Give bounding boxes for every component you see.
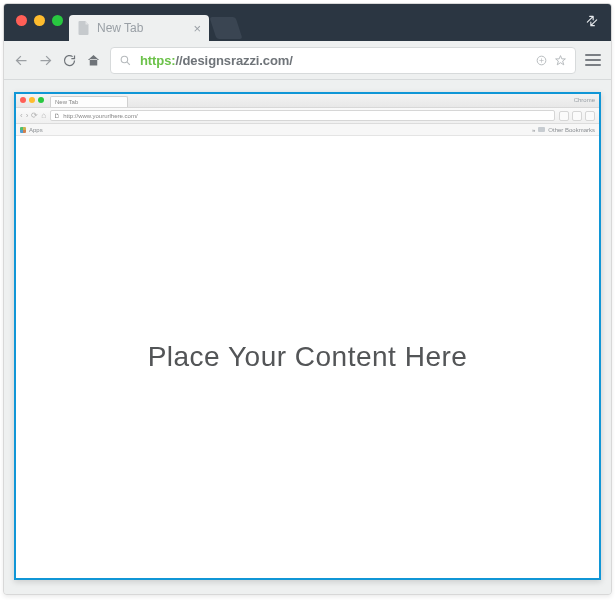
- svg-point-0: [121, 56, 128, 63]
- inner-button-3: [585, 111, 595, 121]
- inner-address-bar: 🗋 http://www.yoururlhere.com/: [50, 110, 555, 121]
- url-text: https://designsrazzi.com/: [140, 53, 293, 68]
- url-path: //designsrazzi.com/: [176, 53, 293, 68]
- inner-nav-buttons: ‹ › ⟳ ⌂: [20, 111, 46, 120]
- inner-back-icon: ‹: [20, 111, 23, 120]
- voice-search-icon[interactable]: [535, 54, 548, 67]
- inner-maximize-window-button: [38, 97, 44, 103]
- inner-app-name: Chrome: [574, 97, 595, 103]
- tab-label: New Tab: [97, 21, 143, 35]
- inner-button-2: [572, 111, 582, 121]
- new-tab-button[interactable]: [209, 17, 242, 39]
- inner-title-bar: New Tab Chrome: [16, 94, 599, 108]
- inner-toolbar-buttons: [559, 111, 595, 121]
- reload-button[interactable]: [62, 53, 77, 68]
- home-button[interactable]: [86, 53, 101, 68]
- hamburger-menu-button[interactable]: [585, 52, 601, 68]
- inner-toolbar: ‹ › ⟳ ⌂ 🗋 http://www.yoururlhere.com/: [16, 108, 599, 124]
- address-bar[interactable]: https://designsrazzi.com/: [110, 47, 576, 74]
- inner-button-1: [559, 111, 569, 121]
- inner-content-area: Place Your Content Here: [16, 136, 599, 578]
- page-content: New Tab Chrome ‹ › ⟳ ⌂ 🗋 http://www.your…: [4, 80, 611, 594]
- minimize-window-button[interactable]: [34, 15, 45, 26]
- inner-minimize-window-button: [29, 97, 35, 103]
- forward-button[interactable]: [38, 53, 53, 68]
- bookmark-star-icon[interactable]: [554, 54, 567, 67]
- inner-globe-icon: 🗋: [54, 113, 60, 119]
- browser-window: New Tab ×: [3, 3, 612, 595]
- inner-bookmarks-bar: Apps » Other Bookmarks: [16, 124, 599, 136]
- url-protocol: https:: [140, 53, 176, 68]
- omnibox-actions: [535, 54, 567, 67]
- window-controls: [16, 15, 63, 26]
- title-bar: New Tab ×: [4, 4, 611, 41]
- inner-chevron-icon: »: [532, 127, 535, 133]
- inner-tab: New Tab: [50, 96, 128, 107]
- inner-browser-screenshot: New Tab Chrome ‹ › ⟳ ⌂ 🗋 http://www.your…: [14, 92, 601, 580]
- browser-mockup-frame: New Tab ×: [0, 0, 615, 600]
- inner-window-controls: [20, 97, 44, 103]
- fullscreen-icon[interactable]: [585, 14, 599, 28]
- folder-icon: [538, 127, 545, 132]
- inner-reload-icon: ⟳: [31, 111, 38, 120]
- inner-other-bookmarks: » Other Bookmarks: [532, 127, 595, 133]
- maximize-window-button[interactable]: [52, 15, 63, 26]
- inner-url-text: http://www.yoururlhere.com/: [63, 113, 137, 119]
- placeholder-text: Place Your Content Here: [148, 341, 468, 373]
- tab-new-tab[interactable]: New Tab ×: [69, 15, 209, 41]
- inner-forward-icon: ›: [26, 111, 29, 120]
- toolbar: https://designsrazzi.com/: [4, 41, 611, 80]
- back-button[interactable]: [14, 53, 29, 68]
- inner-tab-label: New Tab: [55, 99, 78, 105]
- inner-close-window-button: [20, 97, 26, 103]
- inner-apps-label: Apps: [29, 127, 43, 133]
- inner-home-icon: ⌂: [41, 111, 46, 120]
- search-icon: [119, 54, 132, 67]
- file-icon: [78, 21, 90, 35]
- close-window-button[interactable]: [16, 15, 27, 26]
- close-tab-icon[interactable]: ×: [193, 21, 201, 36]
- inner-other-bookmarks-label: Other Bookmarks: [548, 127, 595, 133]
- inner-apps-shortcut: Apps: [20, 127, 43, 133]
- apps-grid-icon: [20, 127, 26, 133]
